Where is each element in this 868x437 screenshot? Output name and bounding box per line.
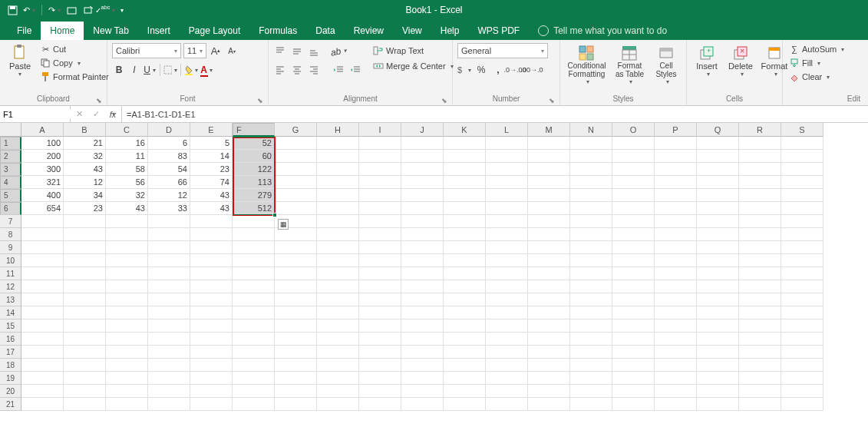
cell-E12[interactable] — [190, 280, 233, 293]
cell-A3[interactable]: 300 — [21, 163, 64, 176]
align-top-icon[interactable] — [273, 45, 287, 58]
accounting-format-icon[interactable]: $ — [457, 63, 471, 77]
cell-C12[interactable] — [106, 280, 148, 293]
cell-G20[interactable] — [275, 385, 317, 398]
cell-G1[interactable] — [275, 137, 317, 150]
cell-S14[interactable] — [781, 306, 823, 319]
cell-F20[interactable] — [233, 385, 275, 398]
cell-I4[interactable] — [359, 176, 401, 189]
cell-K2[interactable] — [444, 150, 486, 163]
cell-J20[interactable] — [401, 385, 444, 398]
cell-B1[interactable]: 21 — [64, 137, 106, 150]
cell-M9[interactable] — [528, 241, 570, 254]
cell-C7[interactable] — [106, 215, 148, 228]
cut-button[interactable]: ✂Cut — [38, 43, 111, 55]
cell-R16[interactable] — [739, 333, 781, 346]
row-header-2[interactable]: 2 — [0, 150, 21, 163]
cell-J5[interactable] — [401, 189, 444, 202]
cell-A13[interactable] — [21, 293, 64, 306]
cell-E15[interactable] — [190, 319, 233, 333]
tab-new-tab[interactable]: New Tab — [84, 22, 137, 40]
cell-L16[interactable] — [486, 333, 528, 346]
cell-D4[interactable]: 66 — [148, 176, 190, 189]
cell-R3[interactable] — [739, 163, 781, 176]
cell-A10[interactable] — [21, 254, 64, 267]
cell-P1[interactable] — [655, 137, 697, 150]
cell-K17[interactable] — [444, 346, 486, 359]
cell-S5[interactable] — [781, 189, 823, 202]
cell-F14[interactable] — [233, 306, 275, 319]
cell-L4[interactable] — [486, 176, 528, 189]
column-header-O[interactable]: O — [612, 123, 655, 137]
cell-J19[interactable] — [401, 372, 444, 385]
fill-color-button[interactable] — [184, 63, 198, 77]
cell-R11[interactable] — [739, 267, 781, 280]
insert-cells-button[interactable]: + Insert — [691, 43, 722, 79]
cell-E13[interactable] — [190, 293, 233, 306]
cell-E8[interactable] — [190, 228, 233, 241]
cell-B20[interactable] — [64, 385, 106, 398]
cell-K11[interactable] — [444, 267, 486, 280]
cell-C2[interactable]: 11 — [106, 150, 148, 163]
cell-F4[interactable]: 113 — [233, 176, 275, 189]
cell-K12[interactable] — [444, 280, 486, 293]
cell-R14[interactable] — [739, 306, 781, 319]
cell-O5[interactable] — [612, 189, 655, 202]
cell-Q11[interactable] — [697, 267, 739, 280]
redo-icon[interactable]: ↷ — [48, 4, 61, 16]
cell-F16[interactable] — [233, 333, 275, 346]
cell-B5[interactable]: 34 — [64, 189, 106, 202]
font-launcher[interactable]: ⬊ — [257, 97, 263, 104]
cell-A12[interactable] — [21, 280, 64, 293]
cell-J4[interactable] — [401, 176, 444, 189]
cell-P3[interactable] — [655, 163, 697, 176]
cell-E4[interactable]: 74 — [190, 176, 233, 189]
cell-D20[interactable] — [148, 385, 190, 398]
cell-M13[interactable] — [528, 293, 570, 306]
cell-O8[interactable] — [612, 228, 655, 241]
cell-I13[interactable] — [359, 293, 401, 306]
cell-S19[interactable] — [781, 372, 823, 385]
cell-C4[interactable]: 56 — [106, 176, 148, 189]
cell-I16[interactable] — [359, 333, 401, 346]
cell-K7[interactable] — [444, 215, 486, 228]
cell-Q8[interactable] — [697, 228, 739, 241]
cell-J17[interactable] — [401, 346, 444, 359]
column-header-G[interactable]: G — [275, 123, 317, 137]
cell-H21[interactable] — [317, 398, 359, 411]
cell-R15[interactable] — [739, 319, 781, 333]
row-header-6[interactable]: 6 — [0, 202, 21, 215]
cell-M4[interactable] — [528, 176, 570, 189]
cell-G11[interactable] — [275, 267, 317, 280]
cell-B6[interactable]: 23 — [64, 202, 106, 215]
cell-L8[interactable] — [486, 228, 528, 241]
column-header-E[interactable]: E — [190, 123, 233, 137]
cell-R12[interactable] — [739, 280, 781, 293]
cell-P11[interactable] — [655, 267, 697, 280]
cell-B4[interactable]: 12 — [64, 176, 106, 189]
column-header-N[interactable]: N — [570, 123, 612, 137]
row-header-12[interactable]: 12 — [0, 280, 21, 293]
name-box[interactable]: ▾ — [0, 106, 71, 122]
cell-F21[interactable] — [233, 398, 275, 411]
accept-formula-icon[interactable]: ✓ — [87, 109, 104, 119]
row-header-8[interactable]: 8 — [0, 228, 21, 241]
autosum-button[interactable]: ∑AutoSum — [787, 43, 846, 55]
cell-D1[interactable]: 6 — [148, 137, 190, 150]
cell-Q20[interactable] — [697, 385, 739, 398]
cell-R21[interactable] — [739, 398, 781, 411]
cell-R10[interactable] — [739, 254, 781, 267]
cell-O3[interactable] — [612, 163, 655, 176]
cell-G8[interactable] — [275, 228, 317, 241]
cell-S3[interactable] — [781, 163, 823, 176]
cell-S12[interactable] — [781, 280, 823, 293]
cell-R6[interactable] — [739, 202, 781, 215]
cell-L14[interactable] — [486, 306, 528, 319]
cell-O10[interactable] — [612, 254, 655, 267]
cell-O20[interactable] — [612, 385, 655, 398]
cell-P15[interactable] — [655, 319, 697, 333]
cell-D17[interactable] — [148, 346, 190, 359]
cell-J15[interactable] — [401, 319, 444, 333]
cell-Q21[interactable] — [697, 398, 739, 411]
cell-B3[interactable]: 43 — [64, 163, 106, 176]
